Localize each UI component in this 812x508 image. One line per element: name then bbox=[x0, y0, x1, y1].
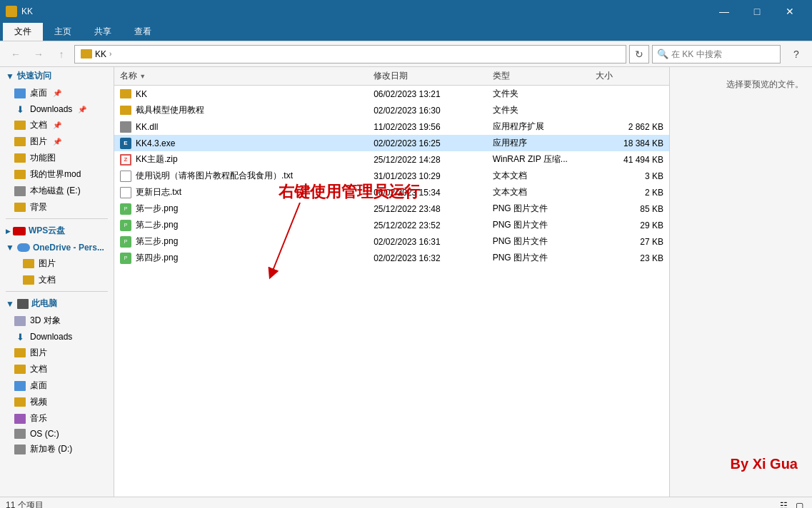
sidebar-item-downloads-quick-label: Downloads bbox=[30, 104, 72, 114]
sidebar-item-desktop[interactable]: 桌面 📌 bbox=[0, 85, 114, 101]
thispc-label: 此电脑 bbox=[31, 298, 57, 310]
sidebar-item-os-c[interactable]: OS (C:) bbox=[0, 427, 114, 441]
table-row[interactable]: KK06/02/2023 13:21文件夹 bbox=[114, 86, 669, 103]
help-button[interactable]: ? bbox=[786, 44, 806, 64]
sidebar-item-onedrive-docs[interactable]: 文档 bbox=[0, 272, 114, 288]
sidebar-item-pics-quick[interactable]: 图片 📌 bbox=[0, 133, 114, 150]
sidebar-item-video-pc[interactable]: 视频 bbox=[0, 394, 114, 410]
col-header-name[interactable]: 名称 ▼ bbox=[114, 67, 368, 86]
wps-arrow: ▸ bbox=[6, 226, 10, 236]
forward-button[interactable]: → bbox=[29, 44, 49, 64]
quick-access-header[interactable]: ▼ 快速访问 bbox=[0, 67, 114, 85]
cell-type: PNG 图片文件 bbox=[487, 200, 590, 217]
sidebar-item-music-pc-label: 音乐 bbox=[30, 412, 47, 425]
pin-icon-docs: 📌 bbox=[53, 121, 61, 129]
onedrive-label: OneDrive - Pers... bbox=[33, 243, 104, 253]
cell-type: PNG 图片文件 bbox=[487, 250, 590, 266]
search-bar[interactable]: 🔍 bbox=[652, 45, 781, 64]
cell-date: 06/02/2023 13:21 bbox=[368, 86, 487, 103]
back-button[interactable]: ← bbox=[6, 44, 26, 64]
3d-icon bbox=[14, 316, 26, 326]
folder-video-icon bbox=[14, 397, 26, 407]
tab-share[interactable]: 共享 bbox=[83, 23, 123, 41]
sidebar-item-desktop-pc[interactable]: 桌面 bbox=[0, 377, 114, 394]
png-icon: P bbox=[120, 203, 131, 215]
cell-name: P第二步.png bbox=[114, 217, 368, 233]
sidebar-item-onedrive-pics[interactable]: 图片 bbox=[0, 255, 114, 272]
maximize-button[interactable]: □ bbox=[741, 0, 773, 23]
address-bar[interactable]: KK › bbox=[74, 45, 626, 64]
table-row[interactable]: 使用说明（请将图片教程配合我食用）.txt31/01/2023 10:29文本文… bbox=[114, 168, 669, 184]
file-table: 名称 ▼ 修改日期 类型 大小 KK06/02/2023 13:21文件夹截具模… bbox=[114, 67, 669, 266]
thispc-header[interactable]: ▼ 此电脑 bbox=[0, 295, 114, 313]
table-row[interactable]: P第二步.png25/12/2022 23:52PNG 图片文件29 KB bbox=[114, 217, 669, 233]
cell-name: KK.dll bbox=[114, 118, 368, 135]
nav-bar: ← → ↑ KK › ↻ 🔍 ? bbox=[0, 41, 812, 67]
col-header-type[interactable]: 类型 bbox=[487, 67, 590, 86]
sidebar-item-disk-e-label: 本地磁盘 (E:) bbox=[30, 185, 81, 197]
file-area: 名称 ▼ 修改日期 类型 大小 KK06/02/2023 13:21文件夹截具模… bbox=[114, 67, 669, 497]
table-row[interactable]: KK.dll11/02/2023 19:56应用程序扩展2 862 KB bbox=[114, 118, 669, 135]
sidebar-item-bg[interactable]: 背景 bbox=[0, 199, 114, 215]
cell-size: 27 KB bbox=[590, 233, 669, 250]
png-icon: P bbox=[120, 236, 131, 248]
title-bar-controls: — □ ✕ bbox=[708, 0, 806, 23]
sidebar-item-minecraft[interactable]: 我的世界mod bbox=[0, 166, 114, 183]
folder-icon bbox=[120, 89, 131, 98]
sidebar-item-docs-pc[interactable]: 文档 bbox=[0, 361, 114, 377]
wps-header[interactable]: ▸ WPS云盘 bbox=[0, 222, 114, 240]
folder-mc-icon bbox=[14, 170, 26, 179]
view-details-button[interactable]: ☷ bbox=[776, 499, 791, 509]
address-folder-icon bbox=[81, 49, 92, 59]
wps-label: WPS云盘 bbox=[29, 225, 65, 237]
sidebar-item-minecraft-label: 我的世界mod bbox=[30, 168, 81, 181]
quick-access-label: 快速访问 bbox=[17, 70, 51, 82]
table-row[interactable]: ZKK主题.zip25/12/2022 14:28WinRAR ZIP 压缩..… bbox=[114, 151, 669, 168]
cell-type: 应用程序扩展 bbox=[487, 118, 590, 135]
onedrive-header[interactable]: ▼ OneDrive - Pers... bbox=[0, 240, 114, 255]
col-header-size[interactable]: 大小 bbox=[590, 67, 669, 86]
pin-icon-dl: 📌 bbox=[78, 106, 86, 113]
table-row[interactable]: EKK4.3.exe02/02/2023 16:25应用程序18 384 KB bbox=[114, 135, 669, 151]
cell-date: 11/02/2023 19:56 bbox=[368, 118, 487, 135]
sidebar-item-desktop-pc-label: 桌面 bbox=[30, 380, 47, 392]
cell-date: 31/01/2023 10:29 bbox=[368, 168, 487, 184]
tab-home[interactable]: 主页 bbox=[43, 23, 83, 41]
table-row[interactable]: P第四步.png02/02/2023 16:32PNG 图片文件23 KB bbox=[114, 250, 669, 266]
sidebar-item-downloads-pc[interactable]: ⬇ Downloads bbox=[0, 329, 114, 345]
sidebar-item-downloads-quick[interactable]: ⬇ Downloads 📌 bbox=[0, 101, 114, 117]
ribbon: 文件 主页 共享 查看 bbox=[0, 23, 812, 41]
title-bar-left: KK bbox=[6, 6, 33, 17]
up-button[interactable]: ↑ bbox=[51, 44, 71, 64]
folder-icon bbox=[120, 106, 131, 115]
exe-icon: E bbox=[120, 138, 131, 149]
cell-type: 文本文档 bbox=[487, 168, 590, 184]
music-icon bbox=[14, 414, 26, 424]
close-button[interactable]: ✕ bbox=[773, 0, 806, 23]
sidebar-item-funmap[interactable]: 功能图 bbox=[0, 150, 114, 166]
tab-file[interactable]: 文件 bbox=[3, 23, 43, 41]
table-row[interactable]: 更新日志.txt06/02/2023 15:34文本文档2 KB bbox=[114, 184, 669, 200]
sidebar-item-pics-pc[interactable]: 图片 bbox=[0, 345, 114, 361]
sidebar-item-3d[interactable]: 3D 对象 bbox=[0, 313, 114, 329]
cell-date: 02/02/2023 16:31 bbox=[368, 233, 487, 250]
refresh-button[interactable]: ↻ bbox=[629, 45, 649, 64]
search-input[interactable] bbox=[671, 49, 776, 59]
table-row[interactable]: P第三步.png02/02/2023 16:31PNG 图片文件27 KB bbox=[114, 233, 669, 250]
sidebar-item-music-pc[interactable]: 音乐 bbox=[0, 410, 114, 427]
table-row[interactable]: 截具模型使用教程02/02/2023 16:30文件夹 bbox=[114, 102, 669, 118]
view-large-button[interactable]: ▢ bbox=[792, 499, 806, 509]
pin-icon-pics: 📌 bbox=[53, 138, 61, 146]
sidebar-item-docs-quick[interactable]: 文档 📌 bbox=[0, 117, 114, 133]
col-header-date[interactable]: 修改日期 bbox=[368, 67, 487, 86]
table-row[interactable]: P第一步.png25/12/2022 23:48PNG 图片文件85 KB bbox=[114, 200, 669, 217]
sidebar-item-disk-e[interactable]: 本地磁盘 (E:) bbox=[0, 183, 114, 199]
tab-view[interactable]: 查看 bbox=[123, 23, 163, 41]
disk-e-icon bbox=[14, 186, 26, 196]
divider2 bbox=[6, 291, 108, 292]
cell-date: 02/02/2023 16:32 bbox=[368, 250, 487, 266]
cell-name: P第四步.png bbox=[114, 250, 368, 266]
sidebar-item-new-vol-d[interactable]: 新加卷 (D:) bbox=[0, 441, 114, 457]
cell-type: WinRAR ZIP 压缩... bbox=[487, 151, 590, 168]
minimize-button[interactable]: — bbox=[708, 0, 741, 23]
